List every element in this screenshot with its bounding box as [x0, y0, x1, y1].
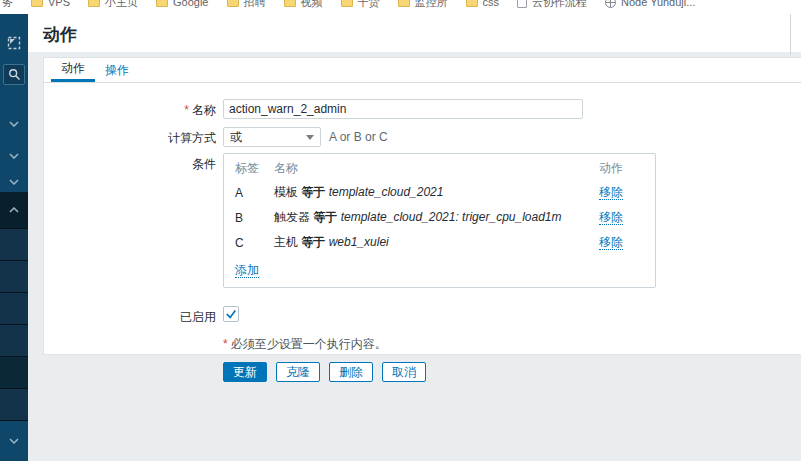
bookmark-label: 视频: [301, 0, 323, 10]
tab-operations[interactable]: 操作: [95, 58, 139, 82]
sidebar-submenu-item-2[interactable]: [0, 260, 28, 292]
condition-tag: C: [224, 230, 274, 255]
add-condition-link[interactable]: 添加: [235, 263, 259, 278]
search-icon[interactable]: [3, 64, 25, 85]
folder-icon: [227, 0, 239, 7]
bookmark-item[interactable]: Node Yunduji...: [605, 0, 695, 8]
chevron-down-icon: [9, 153, 19, 159]
enabled-label: 已启用: [44, 306, 216, 326]
sidebar-submenu-item-3[interactable]: [0, 292, 28, 324]
bookmark-label: Node Yunduji...: [621, 0, 695, 8]
calculation-formula: A or B or C: [329, 127, 388, 144]
bookmark-item[interactable]: 务: [2, 0, 13, 10]
page-icon: [517, 0, 527, 8]
clone-button[interactable]: 克隆: [276, 362, 320, 382]
scrollbar-edge: [790, 14, 791, 55]
folder-icon: [156, 0, 168, 7]
conditions-label: 条件: [44, 153, 216, 173]
remove-condition-link[interactable]: 移除: [599, 185, 623, 200]
bookmark-label: Google: [173, 0, 208, 8]
sidebar-submenu-item-1[interactable]: [0, 228, 28, 260]
bookmark-label: 务: [2, 0, 13, 10]
sidebar-section-reports[interactable]: [0, 174, 28, 190]
sidebar: [0, 14, 28, 461]
condition-row: B 触发器 等于 template_cloud_2021: triger_cpu…: [224, 205, 655, 230]
column-header-action: 动作: [599, 154, 655, 180]
condition-name: 主机 等于 web1_xulei: [274, 230, 599, 255]
name-input[interactable]: [223, 99, 583, 119]
tab-bar: 动作 操作: [44, 58, 801, 83]
action-edit-card: 动作 操作 *名称 计算方式 或 A or B or C 条件: [43, 57, 801, 355]
chevron-down-icon: [9, 121, 19, 127]
name-label: *名称: [44, 99, 216, 119]
folder-icon: [341, 0, 353, 7]
bookmark-item[interactable]: 小主页: [88, 0, 138, 10]
condition-name: 模板 等于 template_cloud_2021: [274, 180, 599, 205]
page-title: 动作: [43, 23, 77, 46]
chevron-down-icon: [9, 438, 19, 444]
sidebar-submenu-item-5[interactable]: [0, 356, 28, 388]
sidebar-section-bottom[interactable]: [0, 420, 28, 461]
bookmark-label: 云协作流程: [532, 0, 587, 10]
bookmark-item[interactable]: Google: [156, 0, 208, 8]
folder-icon: [284, 0, 296, 7]
condition-name: 触发器 等于 template_cloud_2021: triger_cpu_l…: [274, 205, 599, 230]
chevron-down-icon: [9, 179, 19, 185]
condition-row: A 模板 等于 template_cloud_2021 移除: [224, 180, 655, 205]
bookmark-label: VPS: [48, 0, 70, 8]
chevron-up-icon: [9, 207, 19, 213]
bookmark-item[interactable]: 视频: [284, 0, 323, 10]
sidebar-section-configuration-expanded[interactable]: [0, 192, 28, 228]
sidebar-section-inventory[interactable]: [0, 148, 28, 164]
checkmark-icon: [225, 308, 237, 320]
page-header: 动作: [28, 14, 801, 52]
cancel-button[interactable]: 取消: [382, 362, 426, 382]
folder-icon: [31, 0, 43, 7]
sidebar-submenu-item-4[interactable]: [0, 324, 28, 356]
bookmark-item[interactable]: 云协作流程: [517, 0, 587, 10]
remove-condition-link[interactable]: 移除: [599, 235, 623, 250]
bookmark-label: 干货: [358, 0, 380, 10]
bookmark-item[interactable]: VPS: [31, 0, 70, 8]
condition-row: C 主机 等于 web1_xulei 移除: [224, 230, 655, 255]
folder-icon: [398, 0, 410, 7]
expand-sidebar-icon[interactable]: [7, 36, 21, 50]
select-caret-icon: [306, 135, 314, 140]
column-header-name: 名称: [274, 154, 599, 180]
bookmark-item[interactable]: 干货: [341, 0, 380, 10]
bookmark-label: 招聘: [244, 0, 266, 10]
conditions-table: 标签 名称 动作 A 模板 等于 template: [223, 153, 656, 288]
bookmark-item[interactable]: 招聘: [227, 0, 266, 10]
bookmarks-list: 务VPS小主页Google招聘视频干货监控所css云协作流程Node Yundu…: [0, 0, 801, 14]
required-asterisk: *: [184, 103, 189, 117]
bookmark-label: 小主页: [105, 0, 138, 10]
update-button[interactable]: 更新: [223, 362, 267, 382]
column-header-tag: 标签: [224, 154, 274, 180]
browser-bookmarks-bar: 务VPS小主页Google招聘视频干货监控所css云协作流程Node Yundu…: [0, 0, 801, 14]
remove-condition-link[interactable]: 移除: [599, 210, 623, 225]
sidebar-submenu-item-6[interactable]: [0, 388, 28, 420]
sidebar-section-monitoring[interactable]: [0, 116, 28, 132]
tab-action[interactable]: 动作: [51, 58, 95, 82]
condition-tag: B: [224, 205, 274, 230]
folder-icon: [88, 0, 100, 7]
calculation-label: 计算方式: [44, 127, 216, 147]
globe-icon: [605, 0, 616, 8]
folder-icon: [466, 0, 478, 7]
delete-button[interactable]: 删除: [329, 362, 373, 382]
bookmark-item[interactable]: 监控所: [398, 0, 448, 10]
calculation-select[interactable]: 或: [223, 127, 321, 147]
calculation-selected-value: 或: [230, 129, 242, 146]
bookmark-label: css: [483, 0, 500, 8]
enabled-checkbox[interactable]: [223, 306, 239, 322]
condition-tag: A: [224, 180, 274, 205]
form-required-hint: *必须至少设置一个执行内容。: [223, 336, 801, 353]
bookmark-item[interactable]: css: [466, 0, 500, 8]
form-actions: 更新 克隆 删除 取消: [223, 362, 801, 382]
sidebar-submenu: [0, 228, 28, 420]
action-form: *名称 计算方式 或 A or B or C 条件: [44, 83, 801, 382]
bookmark-label: 监控所: [415, 0, 448, 10]
